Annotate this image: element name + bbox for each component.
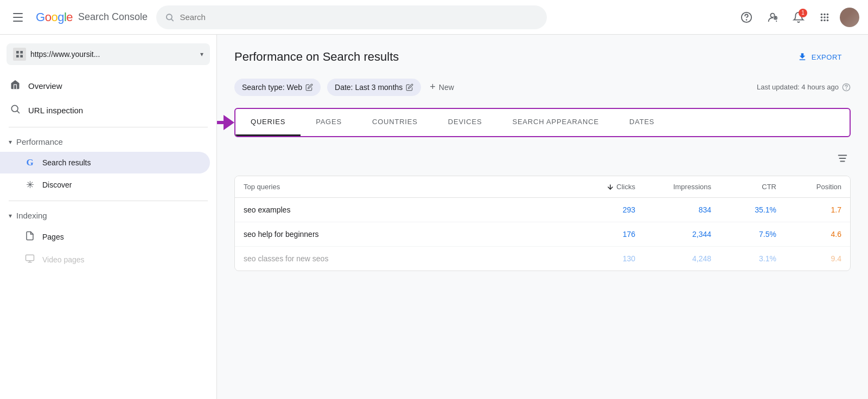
cell-query-1: seo examples xyxy=(244,205,559,214)
cell-position-2: 4.6 xyxy=(776,230,841,239)
user-avatar[interactable] xyxy=(840,8,859,27)
page-title: Performance on Search results xyxy=(234,50,399,64)
search-type-edit-icon xyxy=(305,83,313,91)
arrow-annotation xyxy=(217,115,234,130)
tab-queries[interactable]: QUERIES xyxy=(235,109,301,136)
svg-rect-20 xyxy=(20,55,23,57)
svg-point-13 xyxy=(827,16,829,18)
cell-position-1: 1.7 xyxy=(776,205,841,214)
new-filter-button[interactable]: + New xyxy=(427,77,456,97)
site-url-label: https://www.yoursit... xyxy=(30,50,196,59)
svg-point-8 xyxy=(821,13,823,15)
export-button[interactable]: EXPORT xyxy=(789,48,851,66)
notifications-button[interactable]: 1 xyxy=(788,7,809,28)
google-wordmark: Google xyxy=(36,10,73,24)
page-header: Performance on Search results EXPORT xyxy=(234,48,851,66)
svg-point-3 xyxy=(746,20,747,20)
date-range-filter-chip[interactable]: Date: Last 3 months xyxy=(327,79,421,96)
site-favicon-icon xyxy=(13,48,26,61)
video-pages-icon xyxy=(24,254,36,266)
svg-rect-18 xyxy=(20,51,23,54)
last-updated-help-icon[interactable] xyxy=(842,83,851,92)
sidebar-divider-1 xyxy=(9,127,208,127)
sidebar-item-discover[interactable]: ✳ Discover xyxy=(0,173,210,196)
table-row[interactable]: seo examples 293 834 35.1% 1.7 xyxy=(235,198,850,222)
cell-position-3: 9.4 xyxy=(776,254,841,263)
column-header-impressions[interactable]: Impressions xyxy=(635,183,711,191)
sidebar-item-url-inspection[interactable]: URL inspection xyxy=(0,98,210,123)
cell-ctr-1: 35.1% xyxy=(711,205,776,214)
site-selector-button[interactable]: https://www.yoursit... ▾ xyxy=(7,43,210,65)
cell-ctr-2: 7.5% xyxy=(711,230,776,239)
tab-search-appearance[interactable]: SEARCH APPEARANCE xyxy=(497,109,614,136)
sidebar-item-video-pages-label: Video pages xyxy=(42,255,85,264)
export-button-label: EXPORT xyxy=(812,53,842,61)
svg-point-16 xyxy=(827,19,829,21)
cell-clicks-3: 130 xyxy=(559,254,635,263)
sidebar-section-indexing-label: Indexing xyxy=(16,211,47,220)
svg-point-14 xyxy=(821,19,823,21)
apps-button[interactable] xyxy=(814,7,835,28)
column-header-ctr[interactable]: CTR xyxy=(711,183,776,191)
tab-countries[interactable]: COUNTRIES xyxy=(357,109,433,136)
sidebar-item-overview[interactable]: Overview xyxy=(0,74,210,98)
google-g-icon: G xyxy=(24,157,36,168)
search-input[interactable] xyxy=(180,12,538,22)
table-row[interactable]: seo classes for new seos 130 4,248 3.1% … xyxy=(235,247,850,271)
cell-impressions-1: 834 xyxy=(635,205,711,214)
cell-ctr-3: 3.1% xyxy=(711,254,776,263)
notification-count-badge: 1 xyxy=(799,9,807,17)
sidebar: https://www.yoursit... ▾ Overview URL in… xyxy=(0,35,217,399)
sidebar-item-search-results[interactable]: G Search results xyxy=(0,152,210,173)
svg-rect-19 xyxy=(16,55,19,57)
tab-dates[interactable]: DATES xyxy=(614,109,669,136)
svg-point-15 xyxy=(824,19,826,21)
discover-icon: ✳ xyxy=(24,179,36,191)
column-header-query: Top queries xyxy=(244,183,559,191)
sidebar-item-overview-label: Overview xyxy=(28,81,62,91)
cell-clicks-2: 176 xyxy=(559,230,635,239)
header-actions: 1 xyxy=(736,7,859,28)
account-settings-button[interactable] xyxy=(762,7,783,28)
google-logo[interactable]: Google Search Console xyxy=(36,10,148,24)
product-name-label: Search Console xyxy=(78,11,148,23)
site-dropdown-arrow-icon: ▾ xyxy=(200,50,203,58)
data-table: Top queries Clicks Impressions CTR Posit… xyxy=(234,176,851,271)
top-header: Google Search Console xyxy=(0,0,868,35)
pages-icon xyxy=(24,231,36,243)
table-filter-button[interactable] xyxy=(834,150,851,169)
sidebar-item-discover-label: Discover xyxy=(42,181,72,189)
date-range-filter-label: Date: Last 3 months xyxy=(335,83,403,92)
url-inspection-icon xyxy=(9,104,22,117)
sidebar-item-pages[interactable]: Pages xyxy=(0,226,210,248)
column-header-position[interactable]: Position xyxy=(776,183,841,191)
sidebar-section-indexing[interactable]: ▾ Indexing xyxy=(0,205,216,226)
help-button[interactable] xyxy=(736,7,757,28)
search-type-filter-chip[interactable]: Search type: Web xyxy=(234,79,321,96)
svg-point-10 xyxy=(827,13,829,15)
svg-point-21 xyxy=(11,105,18,112)
sort-desc-icon xyxy=(607,183,614,191)
cell-impressions-2: 2,344 xyxy=(635,230,711,239)
sidebar-item-pages-label: Pages xyxy=(42,233,64,241)
column-header-clicks[interactable]: Clicks xyxy=(559,183,635,191)
new-filter-label: New xyxy=(439,83,454,92)
sidebar-item-url-inspection-label: URL inspection xyxy=(28,106,83,115)
cell-query-3: seo classes for new seos xyxy=(244,254,559,263)
sidebar-item-video-pages[interactable]: Video pages xyxy=(0,248,210,271)
svg-line-22 xyxy=(17,111,20,113)
tabs-container: QUERIES PAGES COUNTRIES DEVICES SEARCH A… xyxy=(234,108,851,137)
sidebar-section-performance[interactable]: ▾ Performance xyxy=(0,132,216,152)
hamburger-menu-button[interactable] xyxy=(9,9,27,26)
svg-point-7 xyxy=(775,16,776,17)
table-row[interactable]: seo help for beginners 176 2,344 7.5% 4.… xyxy=(235,222,850,247)
cell-impressions-3: 4,248 xyxy=(635,254,711,263)
table-header-row: Top queries Clicks Impressions CTR Posit… xyxy=(235,176,850,198)
svg-point-12 xyxy=(824,16,826,18)
last-updated-label: Last updated: 4 hours ago xyxy=(757,83,851,92)
svg-line-1 xyxy=(171,19,173,21)
svg-point-25 xyxy=(846,89,847,89)
tab-devices[interactable]: DEVICES xyxy=(433,109,497,136)
global-search-bar[interactable] xyxy=(156,5,547,29)
tab-pages[interactable]: PAGES xyxy=(301,109,357,136)
